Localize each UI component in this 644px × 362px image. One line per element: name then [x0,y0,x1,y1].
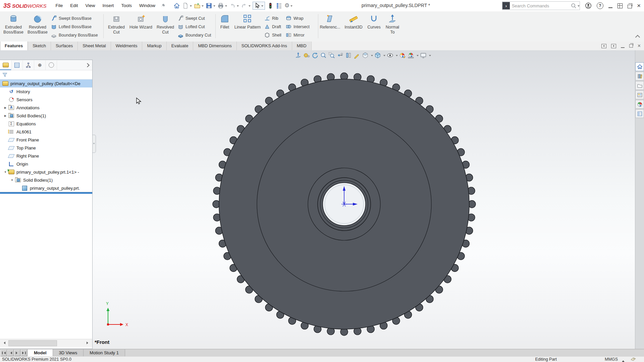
tab-configuration-manager[interactable] [23,60,34,70]
scroll-right-button[interactable] [84,339,92,347]
panel-flyout-arrow-icon[interactable] [85,63,90,67]
menu-tools[interactable]: Tools [117,0,136,11]
tab-sketch[interactable]: Sketch [28,42,51,50]
pin-menu-icon[interactable] [160,3,166,8]
file-explorer-button[interactable] [635,81,644,90]
doc-close-button[interactable] [638,43,641,49]
tree-item-top-plane[interactable]: Top Plane [0,144,92,152]
rollback-bar[interactable] [0,192,92,194]
boundary-cut-button[interactable]: Boundary Cut [178,31,211,39]
search-commands-box[interactable]: › [502,1,580,10]
section-view-button[interactable] [345,52,352,59]
tree-item-material[interactable]: AL6061 [0,128,92,136]
view-palette-button[interactable] [635,90,644,99]
panel-splitter-grip[interactable] [93,135,96,153]
normal-to-view-button[interactable] [294,52,302,59]
lofted-cut-button[interactable]: Lofted Cut [178,22,211,31]
search-icon[interactable] [571,3,577,9]
hole-wizard-button[interactable]: Hole Wizard [128,14,154,30]
boundary-boss-base-button[interactable]: Boundary Boss/Base [51,31,98,39]
apply-scene-button[interactable] [407,52,415,59]
tab-weldments[interactable]: Weldments [111,42,143,50]
tree-item-front-plane[interactable]: Front Plane [0,136,92,144]
undo-dropdown[interactable] [237,5,239,8]
zoom-to-fit-button[interactable] [320,52,327,59]
expand-arrow-icon[interactable]: ▶ [3,114,8,117]
rotate-view-button[interactable] [311,52,319,59]
tab-evaluate[interactable]: Evaluate [167,42,194,50]
previous-tab-button[interactable] [7,350,14,356]
options-dropdown[interactable] [290,5,292,8]
tile-windows-button[interactable] [618,3,623,8]
pulley-model[interactable] [0,50,644,349]
first-tab-button[interactable] [1,350,7,356]
menu-view[interactable]: View [82,0,99,11]
revolved-cut-button[interactable]: RevolvedCut [154,14,176,35]
graphics-viewport[interactable]: Y X *Front [0,50,644,349]
save-dropdown[interactable] [213,5,215,8]
fillet-button[interactable]: Fillet [217,14,233,30]
curves-button[interactable]: Curves [366,14,382,30]
task-pane-home-button[interactable] [635,62,644,71]
rebuild-button[interactable] [266,2,274,10]
hide-show-items-dropdown[interactable] [396,55,398,57]
expand-arrow-icon[interactable]: ▶ [3,106,8,109]
wrap-button[interactable]: Wrap [286,14,310,22]
extruded-cut-button[interactable]: ExtrudedCut [105,14,127,35]
minimize-button[interactable] [608,7,612,8]
tree-item-origin[interactable]: Origin [0,160,92,168]
units-dropdown-icon[interactable] [622,359,625,362]
tab-feature-tree[interactable] [0,60,11,70]
print-button[interactable] [217,2,228,10]
linear-pattern-button[interactable]: Linear Pattern [233,14,262,30]
select-dropdown[interactable] [261,5,263,8]
design-library-button[interactable] [635,72,644,80]
undo-button[interactable] [228,2,239,10]
tree-item-annotations[interactable]: ▶AAnnotations [0,104,92,112]
tab-display-manager[interactable] [46,60,57,70]
shell-button[interactable]: Shell [264,31,281,39]
menu-insert[interactable]: Insert [99,0,118,11]
zoom-to-area-button[interactable] [328,52,335,59]
menu-window[interactable]: Window [136,0,159,11]
tab-solidworks-add-ins[interactable]: SOLIDWORKS Add-Ins [237,42,292,50]
apply-scene-dropdown[interactable] [417,55,419,57]
tree-item-right-plane[interactable]: Right Plane [0,152,92,160]
swept-cut-button[interactable]: Swept Cut [178,14,211,22]
restore-button[interactable] [628,5,632,8]
search-input[interactable] [510,3,571,8]
menu-edit[interactable]: Edit [66,0,82,11]
tab-mbd[interactable]: MBD [292,42,312,50]
annotation-views-button[interactable] [353,52,361,59]
open-dropdown[interactable] [202,5,204,8]
reference-geometry-button[interactable]: Referenc... [319,14,341,30]
display-style-dropdown[interactable] [383,55,385,57]
tab-3d-views[interactable]: 3D Views [53,349,84,356]
tab-mbd-dimensions[interactable]: MBD Dimensions [193,42,236,50]
collapse-pane-left-button[interactable] [601,44,606,48]
tab-property-manager[interactable] [11,60,23,70]
view-orientation-dropdown[interactable] [371,55,373,57]
search-scope-icon[interactable]: › [502,2,510,9]
measure-button[interactable] [303,52,310,59]
tree-item-solid-bodies-child[interactable]: ▼Solid Bodies(1) [0,176,92,184]
redo-button[interactable] [240,2,251,10]
tree-item-body[interactable]: primary_output_pulley.prt. [0,184,92,192]
panel-horizontal-scrollbar[interactable] [0,339,92,347]
edit-appearance-button[interactable] [399,52,406,59]
draft-button[interactable]: Draft [264,22,281,31]
doc-minimize-button[interactable] [621,47,625,48]
tag-icon[interactable] [631,357,636,362]
revolved-boss-base-button[interactable]: RevolvedBoss/Base [26,14,49,35]
status-units[interactable]: MMGS [605,357,618,362]
view-settings-button[interactable] [420,52,427,59]
mirror-button[interactable]: Mirror [286,31,310,39]
user-account-icon[interactable] [585,2,592,9]
swept-boss-base-button[interactable]: Swept Boss/Base [51,14,98,22]
tab-features[interactable]: Features [0,42,28,50]
scroll-left-button[interactable] [0,339,7,347]
filter-icon[interactable] [2,72,8,78]
intersect-button[interactable]: Intersect [286,22,310,31]
display-style-button[interactable] [374,52,381,59]
next-tab-button[interactable] [14,350,20,356]
